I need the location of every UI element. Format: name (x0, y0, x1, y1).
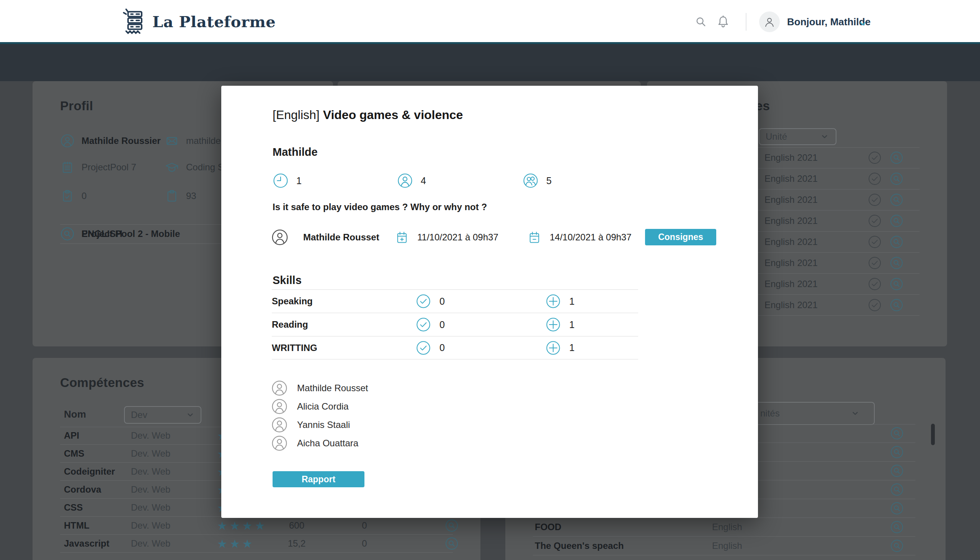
stat-group-value: 5 (546, 175, 552, 187)
skill-row: Reading 0 1 (272, 313, 638, 336)
competence-category: Dev. Web (131, 448, 170, 459)
check-circle-icon[interactable] (868, 193, 882, 207)
modal-title-main: Video games & violence (323, 108, 463, 122)
group-icon (523, 173, 538, 189)
magnifier-circle-icon[interactable] (445, 519, 458, 532)
competence-hours: 600 (289, 520, 304, 531)
check-circle-icon[interactable] (868, 214, 882, 228)
competence-count: 0 (362, 520, 367, 531)
magnifier-circle-icon[interactable] (890, 520, 904, 534)
skill-validated-cell: 0 (416, 317, 545, 332)
competence-name: CSS (64, 502, 83, 513)
participant-row[interactable]: Yannis Staali (271, 416, 368, 434)
activity-row[interactable]: The Queen's speach English (533, 537, 915, 555)
skill-total-cell: 1 (545, 340, 575, 356)
unit-filter-dropdown[interactable]: Unité (759, 128, 837, 145)
skill-label: WRITTING (272, 343, 416, 353)
notepad-icon (60, 160, 75, 175)
participant-row[interactable]: Alicia Cordia (271, 397, 368, 416)
skill-label: Reading (272, 319, 416, 330)
competence-row[interactable]: Javascript Dev. Web ★★★ 15,2 0 (60, 535, 453, 553)
assignee-name: Mathilde Rousset (303, 232, 395, 243)
chevron-down-icon (850, 408, 860, 418)
check-circle-icon[interactable] (416, 340, 431, 356)
check-circle-icon[interactable] (416, 293, 431, 309)
user-avatar[interactable] (759, 12, 780, 32)
participant-row[interactable]: Aicha Ouattara (271, 434, 368, 452)
profil-pool: ProjectPool 7 (82, 162, 136, 173)
scrollbar-thumb[interactable] (931, 424, 935, 445)
competence-category: Dev. Web (131, 502, 170, 513)
competence-category: Dev. Web (131, 484, 170, 495)
check-circle-icon[interactable] (868, 256, 882, 270)
assignment-row: Mathilde Rousset 11/10/2021 à 09h37 14/1… (271, 228, 632, 247)
skill-total-cell: 1 (545, 317, 575, 332)
profil-link-label: Project Pool 2 - Mobile (82, 228, 180, 239)
participant-name: Yannis Staali (297, 420, 350, 430)
plus-circle-icon[interactable] (545, 340, 561, 356)
magnifier-circle-icon[interactable] (890, 277, 903, 291)
person-circle-icon (271, 228, 288, 246)
activity-row[interactable]: FOOD English (533, 518, 915, 537)
person-circle-icon (397, 173, 413, 189)
stat-person: 4 (397, 173, 426, 189)
available-row-title: English 2021 (765, 279, 818, 289)
consignes-button[interactable]: Consignes (645, 229, 716, 245)
check-circle-icon[interactable] (868, 277, 882, 291)
rapport-button[interactable]: Rapport (273, 471, 365, 487)
check-circle-icon[interactable] (868, 235, 882, 249)
stat-duration: 1 (273, 173, 302, 189)
magnifier-circle-icon[interactable] (890, 172, 903, 186)
calendar-minus-icon (528, 230, 541, 244)
check-circle-icon[interactable] (868, 298, 882, 312)
magnifier-circle-icon[interactable] (890, 502, 904, 515)
plus-circle-icon[interactable] (545, 293, 561, 309)
magnifier-circle-icon[interactable] (445, 537, 458, 550)
modal-title-tag: [English] (273, 108, 323, 122)
competence-row[interactable]: HTML Dev. Web ★★★★ 600 0 (60, 517, 453, 535)
brand-logo[interactable]: La Plateforme (122, 8, 276, 35)
available-row-title: English 2021 (765, 237, 818, 247)
magnifier-circle-icon[interactable] (890, 193, 903, 207)
plus-circle-icon[interactable] (545, 317, 561, 332)
competence-name: Codeigniter (64, 466, 115, 477)
magnifier-circle-icon[interactable] (890, 235, 903, 249)
magnifier-circle-icon[interactable] (890, 445, 904, 459)
magnifier-circle-icon[interactable] (890, 483, 904, 497)
skill-total-cell: 1 (545, 293, 575, 309)
activity-title: FOOD (535, 522, 561, 532)
participant-name: Aicha Ouattara (297, 438, 358, 448)
competence-name: Cordova (64, 484, 101, 495)
competence-name: Javascript (64, 538, 110, 549)
magnifier-circle-icon[interactable] (890, 464, 904, 478)
sub-header-band (0, 44, 980, 81)
activity-title: The Queen's speach (535, 540, 623, 551)
skill-validated-cell: 0 (416, 293, 545, 309)
skill-validated-cell: 0 (416, 340, 545, 356)
col-nom: Nom (64, 408, 86, 420)
participant-name: Mathilde Rousset (297, 383, 368, 393)
magnifier-circle-icon[interactable] (890, 256, 903, 270)
skill-total-value: 1 (569, 319, 575, 330)
magnifier-circle-icon[interactable] (890, 151, 903, 165)
person-circle-icon (271, 398, 288, 415)
person-circle-icon (60, 133, 75, 148)
profil-todo-count: 0 (82, 191, 87, 201)
chevron-down-icon (185, 410, 195, 420)
header-divider (746, 13, 747, 31)
magnifier-circle-icon[interactable] (890, 539, 904, 553)
search-icon[interactable] (694, 15, 708, 29)
chevron-down-icon[interactable] (858, 18, 868, 29)
check-circle-icon[interactable] (868, 172, 882, 186)
dev-filter-dropdown[interactable]: Dev (124, 406, 202, 424)
check-circle-icon[interactable] (416, 317, 431, 332)
skill-row: WRITTING 0 1 (272, 336, 638, 360)
notifications-bell-icon[interactable] (716, 14, 730, 29)
activity-language: English (712, 522, 742, 532)
participant-row[interactable]: Mathilde Rousset (271, 379, 368, 397)
profil-done-count: 93 (186, 191, 197, 201)
check-circle-icon[interactable] (868, 151, 882, 165)
magnifier-circle-icon[interactable] (890, 298, 903, 312)
magnifier-circle-icon[interactable] (890, 427, 904, 440)
magnifier-circle-icon[interactable] (890, 214, 903, 228)
